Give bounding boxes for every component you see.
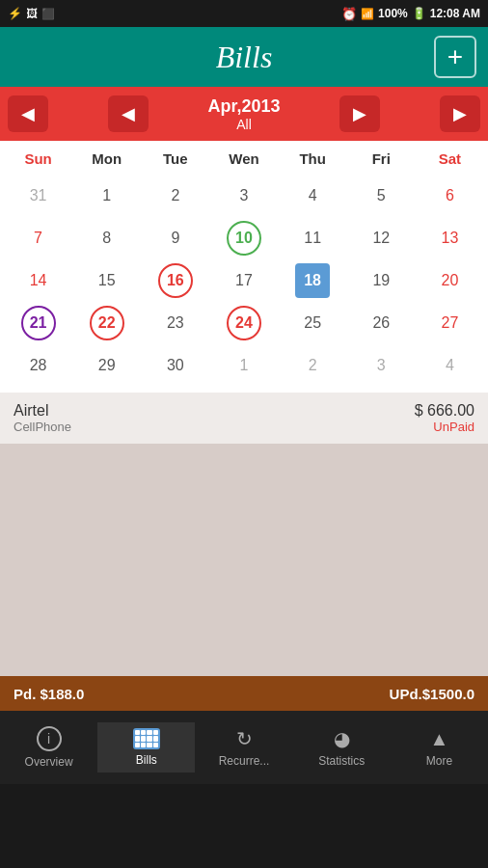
recurrence-icon: ↻ — [236, 727, 253, 750]
cal-cell-30[interactable]: 30 — [165, 344, 186, 387]
cal-cell-3[interactable]: 3 — [238, 175, 251, 217]
cal-cell-14[interactable]: 14 — [28, 259, 49, 302]
cal-cell-2[interactable]: 2 — [169, 175, 181, 217]
table-row: 3 — [209, 175, 278, 217]
cal-cell-6[interactable]: 6 — [444, 175, 456, 217]
cal-cell-10[interactable]: 10 — [227, 221, 261, 256]
tab-more-label: More — [426, 754, 452, 768]
battery-icon: 🔋 — [412, 7, 426, 20]
statistics-icon: ◕ — [334, 727, 350, 750]
table-row: 4 — [279, 175, 347, 217]
day-mon: Mon — [72, 147, 141, 171]
app-header: Bills + — [0, 27, 488, 87]
image-icon: 🖼 — [26, 7, 38, 20]
next-button[interactable]: ▶ — [339, 95, 380, 132]
cal-cell-11[interactable]: 11 — [302, 217, 323, 259]
next-far-button[interactable]: ▶ — [440, 95, 480, 132]
calendar-section: Sun Mon Tue Wen Thu Fri Sat 31 1 2 3 4 5… — [0, 141, 488, 393]
cal-cell-1[interactable]: 1 — [100, 175, 113, 217]
tab-overview-label: Overview — [25, 755, 73, 769]
time-display: 12:08 AM — [430, 7, 480, 20]
battery-percent: 100% — [378, 7, 408, 20]
table-row: 6 — [416, 175, 484, 217]
usb-icon: ⚡ — [8, 7, 22, 20]
nav-filter[interactable]: All — [207, 117, 280, 132]
cal-cell-17[interactable]: 17 — [233, 259, 255, 302]
footer-paid: Pd. $188.0 — [14, 686, 84, 702]
table-row: 31 — [4, 175, 72, 217]
cal-cell-31[interactable]: 31 — [28, 175, 49, 217]
footer-summary: Pd. $188.0 UPd.$1500.0 — [0, 676, 488, 711]
cal-cell-5[interactable]: 5 — [375, 175, 388, 217]
info-icon: i — [37, 726, 62, 751]
status-right-icons: ⏰ 📶 100% 🔋 12:08 AM — [341, 7, 480, 21]
bill-amount: $ 666.00 — [415, 402, 474, 420]
nav-month: Apr,2013 — [207, 96, 280, 117]
tab-bar: i Overview Bills ↻ Recurre... ◕ Statisti… — [0, 711, 488, 784]
cal-cell-19[interactable]: 19 — [370, 259, 392, 302]
cal-cell-7[interactable]: 7 — [32, 217, 44, 259]
day-fri: Fri — [347, 147, 416, 171]
cal-cell-16[interactable]: 16 — [158, 263, 193, 298]
cal-cell-23[interactable]: 23 — [165, 302, 186, 344]
bill-name: Airtel — [14, 402, 71, 420]
bill-right: $ 666.00 UnPaid — [415, 402, 474, 434]
more-icon: ▲ — [430, 728, 449, 750]
calendar-grid-icon — [133, 728, 160, 749]
tab-recurrence[interactable]: ↻ Recurre... — [195, 721, 292, 773]
app-title: Bills — [216, 40, 273, 75]
cal-cell-18-today[interactable]: 18 — [295, 263, 330, 298]
tab-overview[interactable]: i Overview — [0, 720, 97, 774]
status-left-icons: ⚡ 🖼 ⬛ — [8, 7, 55, 20]
cal-cell-8[interactable]: 8 — [100, 217, 113, 259]
tab-more[interactable]: ▲ More — [391, 722, 488, 773]
bills-list: Airtel CellPhone $ 666.00 UnPaid — [0, 393, 488, 445]
tab-statistics-label: Statistics — [318, 754, 365, 768]
cal-cell-1b[interactable]: 1 — [238, 344, 251, 387]
calendar-header: Sun Mon Tue Wen Thu Fri Sat — [4, 147, 484, 171]
nav-bar: ◀ ◀ Apr,2013 All ▶ ▶ — [0, 87, 488, 141]
cal-cell-4[interactable]: 4 — [307, 175, 319, 217]
table-row: 2 — [141, 175, 209, 217]
cal-cell-24[interactable]: 24 — [227, 306, 261, 340]
signal-icon: 📶 — [361, 8, 374, 20]
day-sun: Sun — [4, 147, 72, 171]
footer-unpaid: UPd.$1500.0 — [390, 686, 474, 702]
cal-cell-9[interactable]: 9 — [169, 217, 181, 259]
cal-cell-13[interactable]: 13 — [440, 217, 461, 259]
prev-button[interactable]: ◀ — [108, 95, 149, 132]
nav-center: Apr,2013 All — [207, 96, 280, 132]
cal-cell-27[interactable]: 27 — [440, 302, 461, 344]
cal-cell-15[interactable]: 15 — [96, 259, 118, 302]
cal-cell-12[interactable]: 12 — [370, 217, 392, 259]
cal-cell-3b[interactable]: 3 — [375, 344, 388, 387]
battery-charging-icon: ⬛ — [41, 8, 55, 20]
cal-cell-2b[interactable]: 2 — [307, 344, 319, 387]
tab-recurrence-label: Recurre... — [219, 754, 270, 768]
cal-cell-20[interactable]: 20 — [440, 259, 461, 302]
cal-cell-22[interactable]: 22 — [90, 306, 124, 340]
cal-cell-28[interactable]: 28 — [28, 344, 49, 387]
bill-status: UnPaid — [415, 420, 474, 434]
bill-item[interactable]: Airtel CellPhone $ 666.00 UnPaid — [0, 393, 488, 445]
empty-area — [0, 445, 488, 676]
day-sat: Sat — [416, 147, 484, 171]
alarm-icon: ⏰ — [341, 7, 357, 21]
cal-cell-29[interactable]: 29 — [96, 344, 118, 387]
bill-left: Airtel CellPhone — [14, 402, 71, 434]
cal-cell-25[interactable]: 25 — [302, 302, 323, 344]
tab-statistics[interactable]: ◕ Statistics — [293, 721, 391, 773]
table-row: 5 — [347, 175, 416, 217]
prev-far-button[interactable]: ◀ — [8, 95, 48, 132]
tab-bills[interactable]: Bills — [97, 722, 195, 773]
cal-cell-4b[interactable]: 4 — [444, 344, 456, 387]
day-thu: Thu — [279, 147, 347, 171]
bill-category: CellPhone — [14, 420, 71, 434]
add-button[interactable]: + — [434, 36, 476, 78]
calendar-grid: 31 1 2 3 4 5 6 7 8 9 10 11 12 13 14 15 1… — [4, 175, 484, 387]
table-row: 1 — [72, 175, 141, 217]
cal-cell-21[interactable]: 21 — [21, 306, 56, 340]
day-wen: Wen — [209, 147, 278, 171]
cal-cell-26[interactable]: 26 — [370, 302, 392, 344]
day-tue: Tue — [141, 147, 209, 171]
